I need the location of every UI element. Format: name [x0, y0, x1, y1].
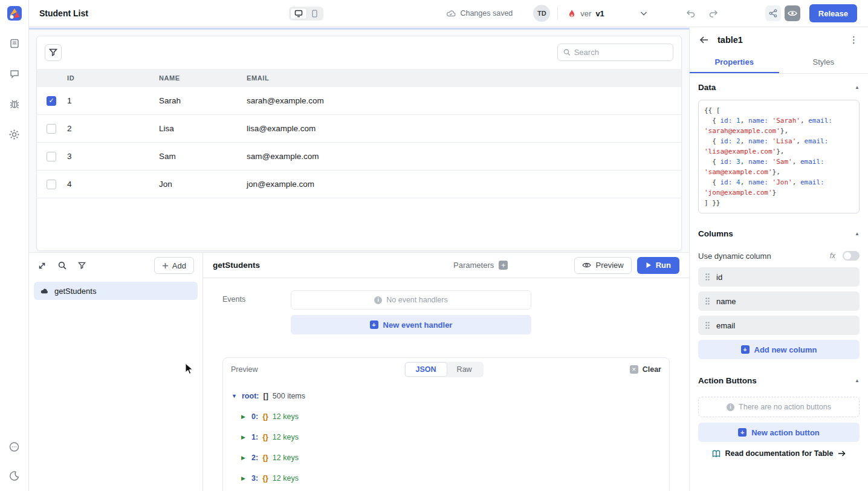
add-new-column-button[interactable]: + Add new column	[698, 340, 860, 359]
arrow-right-icon	[838, 450, 846, 457]
desktop-view-icon[interactable]	[291, 8, 306, 19]
tab-raw[interactable]: Raw	[447, 363, 482, 376]
expand-caret-icon[interactable]: ▶	[241, 434, 247, 440]
dark-mode-toggle-icon[interactable]	[8, 469, 21, 483]
row-checkbox[interactable]	[47, 124, 56, 134]
pages-icon[interactable]	[8, 37, 21, 50]
top-bar: Student List Changes saved TD	[29, 0, 868, 27]
drag-handle-icon[interactable]	[705, 321, 710, 330]
drag-handle-icon[interactable]	[705, 273, 710, 281]
query-list-item[interactable]: getStudents	[34, 282, 198, 300]
fx-button[interactable]: fx	[830, 252, 835, 260]
undo-icon[interactable]	[684, 7, 698, 20]
settings-icon[interactable]	[8, 128, 21, 141]
user-avatar[interactable]: TD	[533, 5, 550, 22]
table-row[interactable]: 2Lisalisa@example.com	[37, 115, 681, 143]
data-code-editor[interactable]: {{ [ { id: 1, name: 'Sarah', email:'sara…	[698, 100, 860, 213]
read-documentation-link[interactable]: Read documentation for Table	[698, 449, 860, 458]
release-button[interactable]: Release	[809, 4, 857, 22]
mobile-view-icon[interactable]	[308, 8, 322, 19]
app-canvas[interactable]: IDNAMEEMAIL ✓1Sarahsarah@example.com2Lis…	[29, 28, 689, 252]
cell-name: Sam	[158, 152, 245, 161]
debugger-icon[interactable]	[8, 97, 21, 111]
json-tree-node[interactable]: ▶1:{}12 keys	[232, 427, 661, 447]
column-item[interactable]: email	[698, 316, 860, 335]
row-checkbox[interactable]: ✓	[47, 96, 56, 106]
search-queries-icon[interactable]	[58, 261, 66, 270]
table-row[interactable]: 4Jonjon@example.com	[37, 171, 681, 198]
row-checkbox[interactable]	[47, 152, 56, 161]
help-chat-icon[interactable]	[8, 440, 21, 454]
query-result-preview: Preview JSON Raw ✕ Clear ▼ root: []	[222, 357, 670, 491]
clear-preview-button[interactable]: ✕ Clear	[630, 365, 661, 374]
new-event-handler-button[interactable]: + New event handler	[291, 315, 531, 334]
data-section-header[interactable]: Data ▲	[698, 83, 860, 92]
collapse-section-icon[interactable]: ▲	[855, 378, 860, 383]
drag-handle-icon[interactable]	[705, 297, 710, 305]
collapse-section-icon[interactable]: ▲	[855, 231, 860, 236]
collapse-section-icon[interactable]: ▲	[855, 85, 860, 90]
column-item[interactable]: name	[698, 291, 860, 311]
canvas-top-highlight	[29, 28, 689, 30]
table-row[interactable]: ✓1Sarahsarah@example.com	[37, 87, 681, 115]
query-editor: getStudents Parameters + Preview Run	[203, 253, 689, 491]
column-item[interactable]: id	[698, 267, 860, 287]
column-header[interactable]: EMAIL	[245, 74, 681, 82]
parameters-label: Parameters	[453, 261, 494, 270]
query-preview-button[interactable]: Preview	[574, 257, 631, 274]
comments-icon[interactable]	[8, 67, 21, 80]
tab-json[interactable]: JSON	[406, 363, 447, 376]
column-header[interactable]: ID	[66, 74, 158, 82]
tab-styles[interactable]: Styles	[779, 53, 868, 73]
redo-icon[interactable]	[707, 7, 721, 20]
table-widget[interactable]: IDNAMEEMAIL ✓1Sarahsarah@example.com2Lis…	[36, 36, 682, 251]
collapse-caret-icon[interactable]: ▼	[232, 393, 238, 399]
version-selector[interactable]: ver v1	[568, 9, 604, 18]
dynamic-column-toggle[interactable]	[843, 251, 860, 261]
table-row[interactable]: 3Samsam@example.com	[37, 143, 681, 171]
widget-name-title[interactable]: table1	[717, 35, 743, 45]
plus-icon: +	[738, 428, 747, 437]
add-parameter-icon[interactable]: +	[499, 261, 508, 270]
changes-saved-status: Changes saved	[446, 9, 513, 18]
json-tree-root[interactable]: ▼ root: [] 500 items	[232, 386, 661, 406]
expand-caret-icon[interactable]: ▶	[241, 475, 247, 481]
table-filter-button[interactable]	[45, 44, 62, 61]
column-header[interactable]: NAME	[158, 74, 245, 82]
events-label: Events	[222, 290, 291, 334]
column-name: name	[716, 297, 736, 306]
preview-app-button[interactable]	[785, 5, 800, 21]
action-buttons-section-header[interactable]: Action Buttons ▲	[698, 376, 860, 385]
expand-caret-icon[interactable]: ▶	[241, 455, 247, 461]
kebab-menu-icon[interactable]: ⋮	[849, 34, 858, 45]
row-checkbox[interactable]	[47, 180, 56, 189]
columns-section-header[interactable]: Columns ▲	[698, 229, 860, 238]
expand-caret-icon[interactable]: ▶	[241, 414, 247, 420]
back-icon[interactable]	[699, 36, 709, 44]
share-button[interactable]	[765, 5, 781, 21]
query-run-button[interactable]: Run	[637, 257, 679, 274]
add-query-button[interactable]: Add	[154, 257, 194, 274]
cell-id: 3	[66, 152, 158, 161]
table-search[interactable]	[557, 44, 673, 61]
json-tree-node[interactable]: ▶0:{}12 keys	[232, 406, 661, 427]
query-name-label[interactable]: getStudents	[213, 261, 260, 270]
new-action-button[interactable]: + New action button	[698, 423, 860, 442]
cell-email: sam@example.com	[245, 152, 681, 161]
cell-email: sarah@example.com	[245, 96, 681, 105]
table-header: IDNAMEEMAIL	[37, 69, 681, 87]
app-logo-icon[interactable]	[7, 5, 22, 21]
cell-name: Jon	[158, 180, 245, 189]
no-event-handlers-box: i No event handlers	[291, 290, 531, 310]
preview-mode-toggle: JSON Raw	[404, 362, 484, 377]
tab-properties[interactable]: Properties	[690, 53, 779, 73]
json-tree-node[interactable]: ▶2:{}12 keys	[232, 447, 661, 468]
canvas-device-toggle[interactable]	[289, 7, 323, 21]
expand-panel-icon[interactable]	[37, 261, 47, 270]
query-list: getStudents	[29, 278, 202, 304]
json-tree-node[interactable]: ▶3:{}12 keys	[232, 468, 661, 489]
column-name: email	[716, 321, 735, 330]
version-dropdown-chevron-icon[interactable]	[638, 8, 649, 19]
table-search-input[interactable]	[574, 48, 667, 57]
filter-queries-icon[interactable]	[78, 262, 86, 269]
